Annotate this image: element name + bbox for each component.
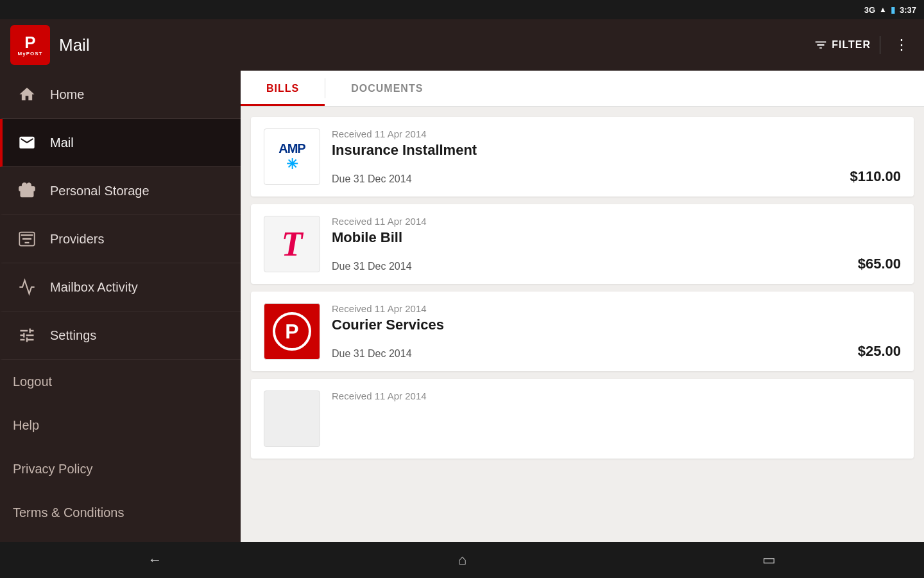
- signal-bars-icon: ▲: [879, 5, 887, 14]
- app-bar-actions: FILTER ⋮: [814, 34, 914, 56]
- bill-card-unknown[interactable]: Received 11 Apr 2014: [251, 379, 914, 459]
- bottom-nav: ← ⌂ ▭: [0, 542, 924, 578]
- sidebar-item-logout[interactable]: Logout: [0, 360, 241, 403]
- telstra-bill-title: Mobile Bill: [332, 229, 848, 246]
- amp-bill-due: Due 31 Dec 2014: [332, 173, 839, 185]
- providers-icon: [15, 227, 38, 250]
- sidebar-item-mail-label: Mail: [50, 136, 74, 150]
- sidebar-item-terms-conditions[interactable]: Terms & Conditions: [0, 491, 241, 534]
- bill-card-telstra[interactable]: T Received 11 Apr 2014 Mobile Bill Due 3…: [251, 204, 914, 284]
- amp-bill-title: Insurance Installment: [332, 142, 839, 159]
- sidebar-item-terms-conditions-label: Terms & Conditions: [13, 505, 124, 520]
- filter-icon: [814, 38, 828, 52]
- logo-label: MyPOST: [18, 51, 43, 57]
- unknown-received: Received 11 Apr 2014: [332, 390, 891, 401]
- bill-card-amp[interactable]: AMP ✳ Received 11 Apr 2014 Insurance Ins…: [251, 117, 914, 197]
- amp-snowflake-icon: ✳: [286, 156, 298, 173]
- unknown-logo: [264, 390, 320, 447]
- apost-bill-amount: $25.00: [858, 343, 901, 360]
- sidebar-item-personal-storage-label: Personal Storage: [50, 184, 150, 198]
- sidebar-item-settings[interactable]: Settings: [0, 311, 241, 360]
- amp-logo: AMP ✳: [264, 128, 320, 185]
- time-display: 3:37: [900, 5, 916, 15]
- home-button[interactable]: ⌂: [439, 547, 486, 574]
- activity-icon: [15, 276, 38, 299]
- tab-documents[interactable]: DOCUMENTS: [325, 71, 449, 106]
- page-title: Mail: [59, 35, 814, 55]
- sidebar-item-mail[interactable]: Mail: [0, 119, 241, 167]
- amp-text: AMP: [278, 141, 305, 156]
- bill-card-apost[interactable]: P Received 11 Apr 2014 Courier Services …: [251, 292, 914, 371]
- filter-button[interactable]: FILTER: [814, 38, 871, 52]
- apost-bill-amount-placeholder: [858, 303, 901, 336]
- settings-icon: [15, 324, 38, 347]
- sidebar-item-settings-label: Settings: [50, 328, 96, 343]
- telstra-bill-due: Due 31 Dec 2014: [332, 261, 848, 272]
- sidebar-item-help[interactable]: Help: [0, 403, 241, 447]
- back-button[interactable]: ←: [129, 547, 182, 574]
- apost-received: Received 11 Apr 2014: [332, 303, 848, 314]
- app-bar: P MyPOST Mail FILTER ⋮: [0, 19, 924, 71]
- sidebar-item-home[interactable]: Home: [0, 71, 241, 119]
- unknown-bill-header: Received 11 Apr 2014: [332, 390, 891, 404]
- sidebar-item-privacy-policy[interactable]: Privacy Policy: [0, 447, 241, 491]
- storage-icon: [15, 179, 38, 202]
- telstra-t-icon: T: [282, 227, 303, 261]
- sidebar-item-mailbox-activity-label: Mailbox Activity: [50, 280, 138, 295]
- sidebar-item-providers[interactable]: Providers: [0, 215, 241, 263]
- home-icon: [15, 83, 38, 106]
- sidebar-item-logout-label: Logout: [13, 374, 52, 389]
- amp-bill-amount: $110.00: [850, 168, 901, 185]
- mail-icon: [15, 131, 38, 154]
- recents-button[interactable]: ▭: [743, 547, 795, 574]
- sidebar-item-help-label: Help: [13, 418, 39, 433]
- apost-bill-due: Due 31 Dec 2014: [332, 348, 848, 360]
- back-icon: ←: [148, 552, 162, 568]
- sidebar-item-personal-storage[interactable]: Personal Storage: [0, 167, 241, 215]
- main-layout: Home Mail Personal Storage: [0, 71, 924, 542]
- amp-bill-header: Received 11 Apr 2014 Insurance Installme…: [332, 128, 839, 161]
- home-nav-icon: ⌂: [458, 552, 466, 568]
- bills-list: AMP ✳ Received 11 Apr 2014 Insurance Ins…: [241, 107, 924, 542]
- recents-icon: ▭: [762, 552, 776, 568]
- telstra-logo: T: [264, 216, 320, 272]
- sidebar: Home Mail Personal Storage: [0, 71, 241, 542]
- telstra-bill-header: Received 11 Apr 2014 Mobile Bill: [332, 216, 848, 249]
- signal-indicator: 3G: [864, 5, 875, 15]
- app-logo: P MyPOST: [10, 25, 50, 65]
- telstra-bill-amount: $65.00: [858, 256, 901, 272]
- content-area: BILLS DOCUMENTS AMP ✳ Received 11 Apr 20…: [241, 71, 924, 542]
- amp-bill-amount-placeholder: [850, 128, 901, 161]
- tab-bills[interactable]: BILLS: [241, 71, 325, 106]
- more-options-button[interactable]: ⋮: [889, 34, 914, 56]
- apost-bill-header: Received 11 Apr 2014 Courier Services: [332, 303, 848, 336]
- apost-bill-title: Courier Services: [332, 317, 848, 333]
- sidebar-item-providers-label: Providers: [50, 232, 104, 247]
- sidebar-item-mailbox-activity[interactable]: Mailbox Activity: [0, 263, 241, 311]
- battery-icon: ▮: [891, 4, 896, 15]
- toolbar-divider: [880, 36, 880, 54]
- logo-p: P: [24, 34, 35, 51]
- amp-received: Received 11 Apr 2014: [332, 128, 839, 139]
- apost-logo: P: [264, 303, 320, 360]
- status-bar: 3G ▲ ▮ 3:37: [0, 0, 924, 19]
- sidebar-item-privacy-policy-label: Privacy Policy: [13, 462, 92, 477]
- apost-p-icon: P: [285, 320, 298, 344]
- telstra-received: Received 11 Apr 2014: [332, 216, 848, 227]
- telstra-bill-amount-placeholder: [858, 216, 901, 249]
- tabs-bar: BILLS DOCUMENTS: [241, 71, 924, 107]
- sidebar-item-home-label: Home: [50, 87, 84, 102]
